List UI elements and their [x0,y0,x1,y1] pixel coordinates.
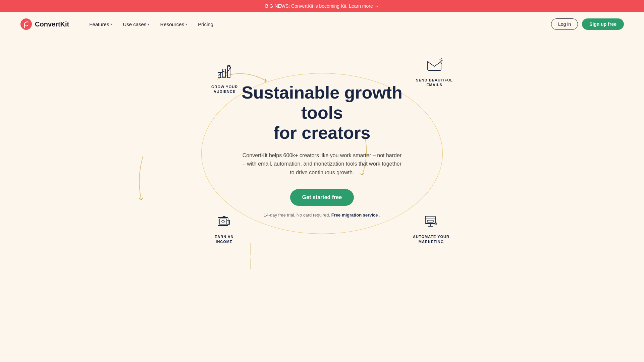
vertical-line-3 [322,301,322,313]
feature-earn: EARN AN INCOME [215,213,234,244]
svg-rect-11 [425,216,435,224]
chevron-down-icon: ▾ [110,22,112,26]
logo-icon [20,18,32,30]
migration-link[interactable]: Free migration service [331,213,379,218]
login-button[interactable]: Log in [551,18,578,30]
svg-rect-9 [219,219,227,224]
nav-item-resources[interactable]: Resources ▾ [160,21,187,27]
vertical-line-1 [322,274,322,286]
hero-content: Sustainable growth tools for creators Co… [221,83,423,217]
hero-fine-print: 14-day free trial. No card required. Fre… [221,213,423,218]
free-trial-text: 14-day free trial. No card required. [264,213,330,218]
svg-rect-13 [427,220,433,222]
nav-item-features[interactable]: Features ▾ [89,21,112,27]
nav-pricing-label: Pricing [198,21,213,27]
nav-links: Features ▾ Use cases ▾ Resources ▾ Prici… [89,21,538,27]
svg-point-10 [222,220,224,223]
svg-point-0 [20,18,32,30]
feature-automate: AUTOMATE YOUR MARKETING [413,213,449,244]
hero-title: Sustainable growth tools for creators [221,83,423,143]
chevron-down-icon: ▾ [148,22,149,26]
signup-button[interactable]: Sign up free [582,18,624,30]
chevron-down-icon: ▾ [185,22,187,26]
svg-rect-7 [428,61,441,70]
hero-subtitle: ConvertKit helps 600k+ creators like you… [241,151,402,177]
nav-resources-label: Resources [160,21,184,27]
logo-text: ConvertKit [35,20,69,28]
bottom-decoration [0,271,644,313]
earn-label: EARN AN INCOME [215,234,234,244]
logo[interactable]: ConvertKit [20,18,69,30]
announcement-banner: BIG NEWS: ConvertKit is becoming Kit. Le… [0,0,644,12]
nav-item-usecases[interactable]: Use cases ▾ [123,21,149,27]
send-emails-icon [425,56,444,75]
banner-link-text: Learn more → [349,3,379,9]
migration-link-text: Free migration service [331,213,378,218]
banner-link[interactable]: Learn more → [349,3,379,9]
grow-audience-icon [215,63,234,82]
get-started-button[interactable]: Get started free [290,189,354,206]
nav-item-pricing[interactable]: Pricing [198,21,213,27]
svg-rect-5 [223,69,225,78]
navbar: ConvertKit Features ▾ Use cases ▾ Resour… [0,12,644,36]
automate-label: AUTOMATE YOUR MARKETING [413,234,449,244]
nav-features-label: Features [89,21,109,27]
vertical-line-2 [322,288,322,300]
nav-usecases-label: Use cases [123,21,146,27]
nav-actions: Log in Sign up free [551,18,624,30]
banner-text: BIG NEWS: ConvertKit is becoming Kit. [265,3,349,9]
automate-marketing-icon [422,213,441,232]
hero-section: GROW YOUR AUDIENCE SEND BEAUTIFUL EMAILS… [0,36,644,271]
